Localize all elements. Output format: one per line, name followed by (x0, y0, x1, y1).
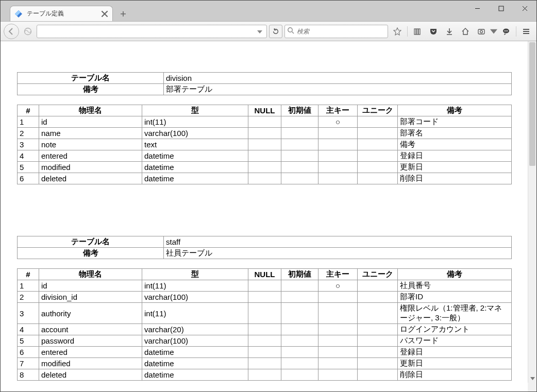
vertical-scrollbar[interactable] (528, 41, 536, 383)
new-tab-button[interactable] (115, 7, 131, 21)
meta-value-remarks: 社員テーブル (164, 248, 512, 259)
cell-null (248, 139, 281, 150)
cell-pk (318, 173, 358, 184)
close-window-button[interactable] (513, 1, 536, 16)
cell-unique (358, 173, 398, 184)
minimize-button[interactable] (465, 1, 489, 16)
library-icon[interactable] (410, 25, 425, 38)
cell-phys: password (39, 335, 142, 347)
cell-type: varchar(100) (142, 335, 248, 347)
identity-icon[interactable] (21, 25, 35, 38)
table-row: 3notetext備考 (18, 139, 512, 150)
cell-unique (358, 116, 398, 128)
chat-icon[interactable] (499, 25, 513, 38)
col-header-pk: 主キー (318, 105, 358, 116)
content-wrap: テーブル名division備考部署テーブル#物理名型NULL初期値主キーユニーク… (1, 41, 536, 391)
cell-phys: note (39, 139, 142, 150)
cell-null (248, 150, 281, 162)
search-icon (287, 27, 294, 36)
search-input[interactable] (297, 28, 385, 35)
cell-note: 部署ID (398, 292, 512, 303)
cell-type: datetime (142, 173, 248, 184)
reload-button[interactable] (269, 25, 282, 38)
table-meta: テーブル名staff備考社員テーブル (17, 236, 512, 259)
cell-note: 更新日 (398, 162, 512, 173)
cell-null (248, 303, 281, 324)
cell-phys: entered (39, 347, 142, 358)
favicon-icon (14, 10, 23, 18)
cell-phys: account (39, 324, 142, 335)
screenshot-icon[interactable] (474, 25, 489, 38)
cell-note: 備考 (398, 139, 512, 150)
url-bar[interactable] (37, 25, 267, 38)
search-bar[interactable] (284, 25, 388, 38)
scroll-corner (528, 383, 536, 391)
cell-note: 登録日 (398, 150, 512, 162)
svg-rect-6 (416, 29, 418, 35)
cell-note: 部署コード (398, 116, 512, 128)
col-header-default: 初期値 (281, 269, 318, 280)
home-icon[interactable] (458, 25, 473, 38)
cell-unique (358, 280, 398, 292)
cell-default (281, 150, 318, 162)
cell-pk (318, 292, 358, 303)
table-row: 4entereddatetime登録日 (18, 150, 512, 162)
cell-null (248, 128, 281, 139)
cell-pk (318, 347, 358, 358)
cell-phys: authority (39, 303, 142, 324)
cell-note: ログインアカウント (398, 324, 512, 335)
table-row: 6entereddatetime登録日 (18, 347, 512, 358)
cell-type: datetime (142, 162, 248, 173)
tab-close-button[interactable] (101, 10, 108, 18)
back-button[interactable] (4, 24, 19, 39)
cell-num: 6 (18, 347, 39, 358)
meta-value-remarks: 部署テーブル (164, 84, 512, 95)
cell-num: 4 (18, 150, 39, 162)
cell-pk (318, 128, 358, 139)
cell-type: varchar(100) (142, 128, 248, 139)
cell-null (248, 116, 281, 128)
cell-num: 3 (18, 303, 39, 324)
cell-type: int(11) (142, 303, 248, 324)
urlbar-dropdown-icon[interactable] (254, 27, 265, 35)
cell-pk (318, 303, 358, 324)
toolbar-separator (516, 26, 516, 37)
col-header-num: # (18, 269, 39, 280)
table-row: 1idint(11)○部署コード (18, 116, 512, 128)
pocket-icon[interactable] (426, 25, 441, 38)
meta-value-table-name: division (164, 73, 512, 84)
scroll-down-icon[interactable] (528, 374, 536, 383)
titlebar: テーブル定義 (1, 1, 536, 21)
cell-default (281, 128, 318, 139)
cell-unique (358, 139, 398, 150)
cell-phys: name (39, 128, 142, 139)
cell-default (281, 139, 318, 150)
cell-type: int(11) (142, 116, 248, 128)
browser-tab[interactable]: テーブル定義 (10, 6, 113, 21)
cell-note: 更新日 (398, 358, 512, 369)
svg-rect-7 (418, 29, 420, 35)
cell-type: datetime (142, 150, 248, 162)
table-row: 2namevarchar(100)部署名 (18, 128, 512, 139)
table-row: 5passwordvarchar(100)パスワード (18, 335, 512, 347)
col-header-unique: ユニーク (358, 105, 398, 116)
cell-unique (358, 303, 398, 324)
cell-phys: id (39, 280, 142, 292)
menu-icon[interactable] (519, 25, 533, 38)
screenshot-dropdown-icon[interactable] (490, 25, 497, 38)
maximize-button[interactable] (489, 1, 513, 16)
scroll-thumb[interactable] (529, 42, 535, 166)
table-row: 2division_idvarchar(100)部署ID (18, 292, 512, 303)
svg-point-4 (288, 28, 292, 32)
cell-phys: entered (39, 150, 142, 162)
cell-pk (318, 358, 358, 369)
meta-value-table-name: staff (164, 236, 512, 248)
bookmark-star-icon[interactable] (390, 25, 405, 38)
meta-label-remarks: 備考 (18, 248, 164, 259)
cell-note: 登録日 (398, 347, 512, 358)
downloads-icon[interactable] (442, 25, 457, 38)
cell-default (281, 292, 318, 303)
svg-point-13 (507, 30, 508, 31)
browser-window: テーブル定義 (0, 0, 537, 392)
cell-null (248, 324, 281, 335)
